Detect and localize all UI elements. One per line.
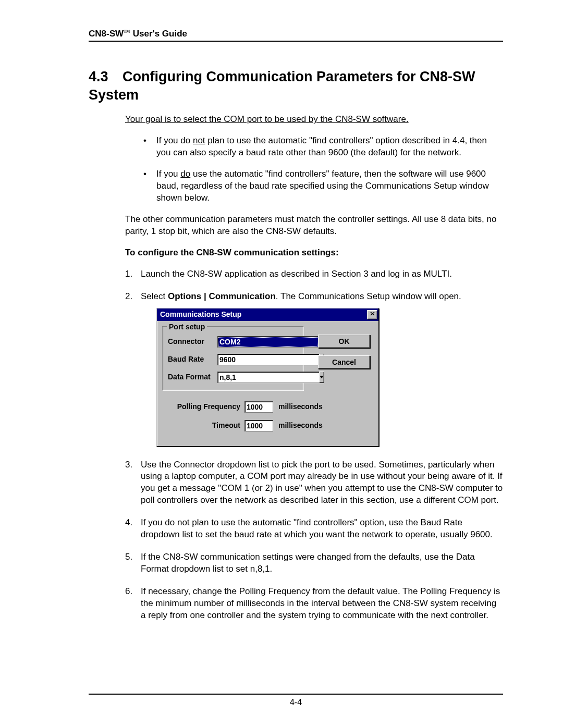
step-1: 1.Launch the CN8-SW application as descr… xyxy=(125,268,503,280)
data-format-label: Data Format xyxy=(168,372,217,382)
bullet-dot-icon: • xyxy=(143,168,146,180)
polling-input[interactable] xyxy=(244,401,273,413)
baud-label: Baud Rate xyxy=(168,354,217,364)
timeout-label: Timeout xyxy=(162,421,244,430)
timeout-unit: milliseconds xyxy=(278,421,323,430)
page-number: 4-4 xyxy=(89,694,503,707)
to-configure-heading: To configure the CN8-SW communication se… xyxy=(125,247,503,259)
dialog-titlebar[interactable]: Communications Setup xyxy=(157,309,378,321)
polling-label: Polling Frequency xyxy=(162,402,244,412)
close-button[interactable] xyxy=(367,310,377,319)
step-2: 2. Select Options | Communication. The C… xyxy=(125,291,503,447)
polling-unit: milliseconds xyxy=(278,402,323,412)
bullet-item: • If you do not plan to use the automati… xyxy=(125,135,503,159)
bullet-list: • If you do not plan to use the automati… xyxy=(125,135,503,204)
connector-dropdown[interactable] xyxy=(217,336,260,348)
step-4: 4.If you do not plan to use the automati… xyxy=(125,517,503,541)
section-title: 4.3Configuring Communication Parameters … xyxy=(89,68,503,104)
port-setup-group: Port setup Connector Baud Rate xyxy=(162,326,304,391)
ordered-steps: 1.Launch the CN8-SW application as descr… xyxy=(125,268,503,622)
dialog-title: Communications Setup xyxy=(160,310,241,319)
bullet-item: • If you do use the automatic "find cont… xyxy=(125,168,503,204)
data-format-dropdown[interactable] xyxy=(217,372,260,383)
section-text: Configuring Communication Parameters for… xyxy=(89,69,475,103)
step-5: 5.If the CN8-SW communication settings w… xyxy=(125,551,503,575)
section-number: 4.3 xyxy=(89,68,123,86)
baud-dropdown[interactable] xyxy=(217,354,260,365)
page-header: CN8-SW™ User's Guide xyxy=(89,29,503,42)
data-format-value[interactable] xyxy=(217,372,319,383)
paragraph: The other communication parameters must … xyxy=(125,214,503,238)
step-6: 6.If necessary, change the Polling Frequ… xyxy=(125,586,503,622)
group-legend: Port setup xyxy=(167,322,207,332)
connector-label: Connector xyxy=(168,337,217,347)
baud-value[interactable] xyxy=(217,354,319,365)
step-3: 3.Use the Connector dropdown list to pic… xyxy=(125,459,503,507)
product-name: CN8-SW xyxy=(89,29,124,39)
ok-button[interactable]: OK xyxy=(318,335,370,348)
trademark: ™ xyxy=(124,28,130,36)
timeout-input[interactable] xyxy=(244,420,273,431)
goal-line: Your goal is to select the COM port to b… xyxy=(125,114,503,126)
guide-suffix: User's Guide xyxy=(130,29,187,39)
communications-setup-dialog: Communications Setup Port setup Connecto… xyxy=(156,308,379,447)
bullet-dot-icon: • xyxy=(143,135,146,147)
connector-value[interactable] xyxy=(217,336,319,348)
close-icon xyxy=(370,312,375,316)
cancel-button[interactable]: Cancel xyxy=(318,355,370,369)
